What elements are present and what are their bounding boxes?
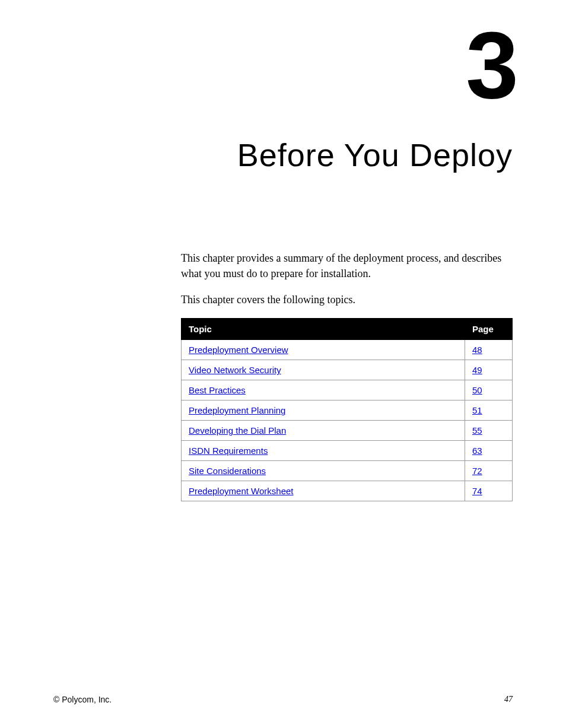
table-row: Site Considerations 72 [182,461,513,481]
topics-table: Topic Page Predeployment Overview 48 Vid… [181,318,513,501]
table-row: Predeployment Overview 48 [182,340,513,360]
page-container: 3 Before You Deploy This chapter provide… [0,0,566,728]
table-row: Video Network Security 49 [182,360,513,380]
topic-link[interactable]: ISDN Requirements [189,446,268,456]
page-link[interactable]: 74 [472,486,482,496]
topic-link[interactable]: Predeployment Worksheet [189,486,293,496]
page-link[interactable]: 48 [472,345,482,355]
table-row: Developing the Dial Plan 55 [182,421,513,441]
page-link[interactable]: 50 [472,385,482,395]
topic-link[interactable]: Developing the Dial Plan [189,425,286,435]
page-footer: © Polycom, Inc. 47 [53,695,513,704]
table-header-row: Topic Page [182,319,513,340]
header-page: Page [465,319,513,340]
page-link[interactable]: 63 [472,446,482,456]
chapter-number: 3 [53,18,516,113]
page-link[interactable]: 49 [472,365,482,375]
chapter-title: Before You Deploy [53,136,513,173]
footer-copyright: © Polycom, Inc. [53,695,112,704]
intro-paragraph-2: This chapter covers the following topics… [181,292,513,307]
table-row: ISDN Requirements 63 [182,441,513,461]
intro-paragraph-1: This chapter provides a summary of the d… [181,250,513,281]
topic-link[interactable]: Predeployment Planning [189,405,285,415]
page-link[interactable]: 72 [472,466,482,476]
table-row: Best Practices 50 [182,380,513,400]
table-row: Predeployment Planning 51 [182,400,513,421]
header-topic: Topic [182,319,465,340]
topic-link[interactable]: Site Considerations [189,466,266,476]
footer-page-number: 47 [504,695,513,704]
topic-link[interactable]: Video Network Security [189,365,281,375]
topic-link[interactable]: Predeployment Overview [189,345,288,355]
table-row: Predeployment Worksheet 74 [182,481,513,501]
page-link[interactable]: 51 [472,405,482,415]
topic-link[interactable]: Best Practices [189,385,246,395]
page-link[interactable]: 55 [472,425,482,435]
content-block: This chapter provides a summary of the d… [181,250,513,501]
